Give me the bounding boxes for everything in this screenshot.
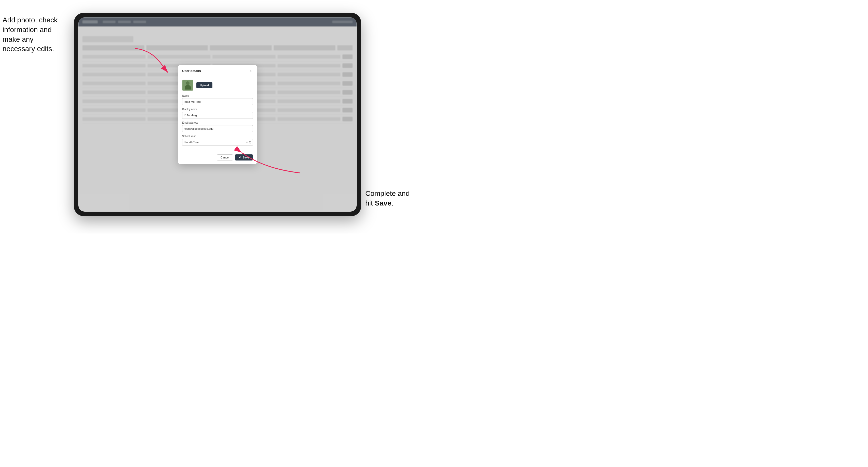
email-label: Email address xyxy=(182,121,253,124)
avatar xyxy=(182,80,193,91)
save-button[interactable]: Save xyxy=(235,154,253,160)
tablet-screen: User details × Upload Name xyxy=(79,17,356,212)
school-year-label: School Year xyxy=(182,135,253,137)
school-year-field-group: School Year × xyxy=(182,135,253,146)
chevron-icon xyxy=(249,141,251,144)
school-year-select-wrapper: × xyxy=(182,138,253,146)
user-details-modal: User details × Upload Name xyxy=(178,65,257,164)
email-input[interactable] xyxy=(182,125,253,132)
name-field-group: Name xyxy=(182,94,253,105)
cancel-button[interactable]: Cancel xyxy=(217,154,233,160)
display-name-field-group: Display name xyxy=(182,108,253,119)
close-icon[interactable]: × xyxy=(248,69,253,73)
modal-footer: Cancel Save xyxy=(178,152,257,164)
email-field-group: Email address xyxy=(182,121,253,132)
display-name-input[interactable] xyxy=(182,112,253,119)
school-year-input[interactable] xyxy=(182,138,253,146)
tablet-device: User details × Upload Name xyxy=(74,13,361,216)
name-input[interactable] xyxy=(182,98,253,105)
modal-header: User details × xyxy=(178,65,257,76)
photo-section: Upload xyxy=(182,80,253,91)
modal-title: User details xyxy=(182,69,201,73)
clear-icon[interactable]: × xyxy=(246,141,248,144)
upload-photo-button[interactable]: Upload xyxy=(196,82,212,88)
modal-overlay: User details × Upload Name xyxy=(79,17,356,212)
annotation-right: Complete and hit Save. xyxy=(365,189,431,208)
modal-body: Upload Name Display name Email addre xyxy=(178,76,257,152)
save-icon xyxy=(239,156,241,159)
annotation-left: Add photo, check information and make an… xyxy=(3,15,76,54)
name-label: Name xyxy=(182,94,253,97)
display-name-label: Display name xyxy=(182,108,253,111)
